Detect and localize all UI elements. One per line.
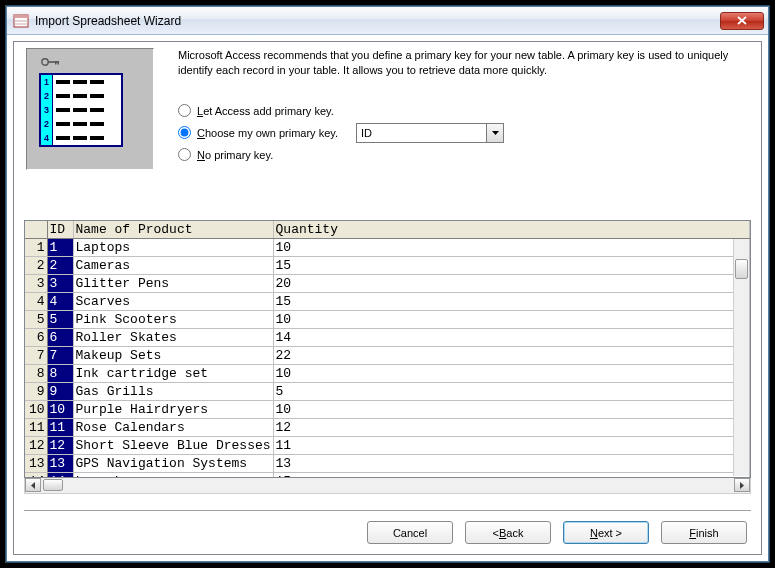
radio-let-access[interactable] xyxy=(178,104,191,117)
scroll-right-button[interactable] xyxy=(734,478,750,492)
cell-id: 6 xyxy=(47,329,73,347)
table-row[interactable]: 11Laptops10 xyxy=(25,239,750,257)
separator xyxy=(24,510,751,512)
cell-id: 2 xyxy=(47,257,73,275)
wizard-window: Import Spreadsheet Wizard 1 2 3 2 xyxy=(6,6,769,562)
cell-qty: 14 xyxy=(273,329,749,347)
next-button[interactable]: Next > xyxy=(563,521,649,544)
chevron-down-icon xyxy=(492,131,499,135)
row-number: 10 xyxy=(25,401,47,419)
cancel-button[interactable]: Cancel xyxy=(367,521,453,544)
cell-qty: 11 xyxy=(273,437,749,455)
cell-id: 10 xyxy=(47,401,73,419)
row-number: 2 xyxy=(25,257,47,275)
svg-rect-1 xyxy=(14,15,28,18)
description-column: Microsoft Access recommends that you def… xyxy=(154,48,749,170)
vertical-scroll-thumb[interactable] xyxy=(735,259,748,279)
wizard-buttons: Cancel < Back Next > Finish xyxy=(367,521,747,544)
cell-id: 12 xyxy=(47,437,73,455)
row-number: 11 xyxy=(25,419,47,437)
cell-qty: 15 xyxy=(273,293,749,311)
cell-qty: 10 xyxy=(273,365,749,383)
table-row[interactable]: 1010Purple Hairdryers10 xyxy=(25,401,750,419)
table-row[interactable]: 77Makeup Sets22 xyxy=(25,347,750,365)
close-button[interactable] xyxy=(720,12,764,30)
window-title: Import Spreadsheet Wizard xyxy=(35,14,720,28)
table-row[interactable]: 55Pink Scooters10 xyxy=(25,311,750,329)
cell-qty: 20 xyxy=(273,275,749,293)
cell-id: 13 xyxy=(47,455,73,473)
row-number: 12 xyxy=(25,437,47,455)
cell-id: 8 xyxy=(47,365,73,383)
cell-name: Cameras xyxy=(73,257,273,275)
table-row[interactable]: 44Scarves15 xyxy=(25,293,750,311)
svg-rect-7 xyxy=(58,61,60,65)
dropdown-button[interactable] xyxy=(486,124,503,142)
row-number: 1 xyxy=(25,239,47,257)
vertical-scrollbar[interactable] xyxy=(733,239,749,476)
triangle-left-icon xyxy=(31,482,35,489)
table-row[interactable]: 88Ink cartridge set10 xyxy=(25,365,750,383)
client-area: 1 2 3 2 4 Microsoft Access recommends th… xyxy=(13,41,762,555)
label-choose-own[interactable]: Choose my own primary key. xyxy=(197,127,338,139)
row-number: 13 xyxy=(25,455,47,473)
cell-name: Pink Scooters xyxy=(73,311,273,329)
description-text: Microsoft Access recommends that you def… xyxy=(178,48,749,78)
top-area: 1 2 3 2 4 Microsoft Access recommends th… xyxy=(14,42,761,174)
row-number: 4 xyxy=(25,293,47,311)
horizontal-scrollbar[interactable] xyxy=(24,478,751,494)
cell-id: 4 xyxy=(47,293,73,311)
table-row[interactable]: 99Gas Grills5 xyxy=(25,383,750,401)
row-number-header xyxy=(25,221,47,239)
back-button[interactable]: < Back xyxy=(465,521,551,544)
table-row[interactable]: 22Cameras15 xyxy=(25,257,750,275)
table-row[interactable]: 66Roller Skates14 xyxy=(25,329,750,347)
primary-key-field-value: ID xyxy=(357,127,486,139)
label-no-pk[interactable]: No primary key. xyxy=(197,149,273,161)
cell-name: GPS Navigation Systems xyxy=(73,455,273,473)
cell-name: Scarves xyxy=(73,293,273,311)
cell-qty: 10 xyxy=(273,311,749,329)
cell-id: 11 xyxy=(47,419,73,437)
cell-id: 9 xyxy=(47,383,73,401)
label-let-access[interactable]: Let Access add primary key. xyxy=(197,105,334,117)
svg-rect-6 xyxy=(55,61,57,65)
row-number: 7 xyxy=(25,347,47,365)
cell-id: 3 xyxy=(47,275,73,293)
column-header-name[interactable]: Name of Product xyxy=(73,221,273,239)
row-number: 8 xyxy=(25,365,47,383)
cell-name: Short Sleeve Blue Dresses xyxy=(73,437,273,455)
column-header-qty[interactable]: Quantity xyxy=(273,221,749,239)
cell-qty: 10 xyxy=(273,239,749,257)
column-header-id[interactable]: ID xyxy=(47,221,73,239)
cell-id: 1 xyxy=(47,239,73,257)
illustration: 1 2 3 2 4 xyxy=(26,48,154,170)
table-row[interactable]: 1212Short Sleeve Blue Dresses11 xyxy=(25,437,750,455)
primary-key-field-select[interactable]: ID xyxy=(356,123,504,143)
cell-qty: 12 xyxy=(273,419,749,437)
app-icon xyxy=(13,13,29,29)
horizontal-scroll-thumb[interactable] xyxy=(43,479,63,491)
row-number: 3 xyxy=(25,275,47,293)
table-row[interactable]: 1313GPS Navigation Systems13 xyxy=(25,455,750,473)
radio-no-pk[interactable] xyxy=(178,148,191,161)
table-row[interactable]: 1111Rose Calendars12 xyxy=(25,419,750,437)
svg-point-4 xyxy=(42,59,48,65)
preview-grid-area: ID Name of Product Quantity 11Laptops102… xyxy=(24,220,751,498)
preview-grid[interactable]: ID Name of Product Quantity 11Laptops102… xyxy=(24,220,751,478)
table-row[interactable]: 33Glitter Pens20 xyxy=(25,275,750,293)
cell-name: Rose Calendars xyxy=(73,419,273,437)
header-row: ID Name of Product Quantity xyxy=(25,221,750,239)
key-icon xyxy=(41,57,61,67)
radio-choose-own[interactable] xyxy=(178,126,191,139)
cell-name: Glitter Pens xyxy=(73,275,273,293)
row-number: 6 xyxy=(25,329,47,347)
scroll-left-button[interactable] xyxy=(25,478,41,492)
cell-qty: 13 xyxy=(273,455,749,473)
primary-key-options: Let Access add primary key. Choose my ow… xyxy=(178,100,749,166)
cell-name: Gas Grills xyxy=(73,383,273,401)
finish-button[interactable]: Finish xyxy=(661,521,747,544)
cell-id: 7 xyxy=(47,347,73,365)
cell-qty: 22 xyxy=(273,347,749,365)
cell-qty: 10 xyxy=(273,401,749,419)
